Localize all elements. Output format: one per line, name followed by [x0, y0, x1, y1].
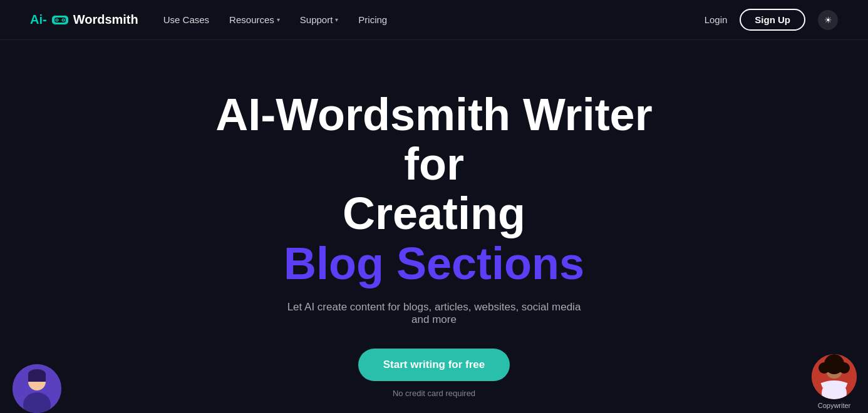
nav-resources[interactable]: Resources ▾ [229, 14, 280, 25]
chevron-down-icon: ▾ [277, 16, 280, 23]
cta-button[interactable]: Start writing for free [358, 349, 510, 381]
svg-point-5 [62, 19, 63, 20]
chevron-down-icon: ▾ [335, 16, 338, 23]
avatar-left [13, 364, 61, 413]
avatar-right [812, 354, 857, 399]
nav-use-cases[interactable]: Use Cases [163, 14, 209, 25]
no-credit-card-text: No credit card required [393, 389, 475, 398]
theme-toggle-button[interactable]: ☀ [818, 10, 838, 30]
login-button[interactable]: Login [705, 14, 728, 25]
nav-pricing[interactable]: Pricing [358, 14, 387, 25]
copywriter-label: Copywriter [803, 402, 865, 409]
signup-button[interactable]: Sign Up [740, 9, 805, 31]
logo[interactable]: Ai- Wordsmith [30, 13, 138, 27]
sun-icon: ☀ [824, 15, 832, 25]
svg-point-14 [819, 362, 830, 374]
hero-title-highlighted: Blog Sections [183, 239, 685, 288]
hero-section: AI-Wordsmith Writer for Creating Blog Se… [0, 40, 868, 398]
hero-title: AI-Wordsmith Writer for Creating Blog Se… [183, 90, 685, 288]
navbar: Ai- Wordsmith Use Cases R [0, 0, 868, 40]
svg-rect-10 [28, 374, 46, 382]
svg-point-4 [56, 19, 57, 20]
hero-subtitle: Let AI create content for blogs, article… [277, 301, 591, 326]
logo-ai-text: Ai- [30, 13, 47, 27]
nav-links: Use Cases Resources ▾ Support ▾ Pricing [163, 14, 387, 25]
nav-support[interactable]: Support ▾ [300, 14, 339, 25]
navbar-left: Ai- Wordsmith Use Cases R [30, 13, 387, 27]
robot-icon [51, 14, 70, 26]
logo-wordsmith-text: Wordsmith [73, 13, 138, 27]
navbar-right: Login Sign Up ☀ [705, 9, 838, 31]
svg-point-15 [839, 362, 850, 374]
